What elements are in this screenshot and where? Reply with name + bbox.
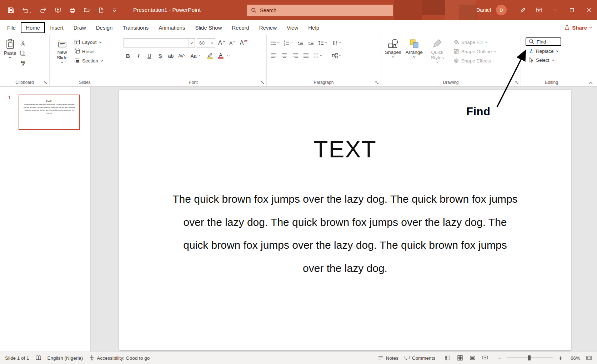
search-bar[interactable] — [247, 5, 393, 16]
spell-check-button[interactable] — [35, 355, 41, 361]
tab-animations[interactable]: Animations — [154, 22, 190, 33]
quick-print-button[interactable] — [69, 7, 75, 13]
font-name-combo[interactable] — [124, 38, 195, 47]
slide[interactable]: TEXT The quick brown fox jumps over the … — [119, 90, 571, 350]
tab-file[interactable]: File — [2, 22, 21, 33]
tab-review[interactable]: Review — [254, 22, 282, 33]
slide-title[interactable]: TEXT — [119, 90, 571, 163]
tab-draw[interactable]: Draw — [69, 22, 91, 33]
text-highlight-button[interactable] — [206, 51, 215, 60]
tab-slide-show[interactable]: Slide Show — [190, 22, 227, 33]
search-input[interactable] — [260, 7, 367, 13]
minimize-button[interactable] — [547, 0, 563, 20]
shrink-font-button[interactable]: A — [228, 39, 237, 47]
slide-sorter-view-button[interactable] — [457, 355, 463, 361]
tab-design[interactable]: Design — [91, 22, 118, 33]
font-color-button[interactable]: A — [216, 51, 225, 60]
customize-qat-button[interactable] — [112, 8, 117, 12]
reset-button[interactable]: Reset — [73, 47, 105, 55]
undo-button[interactable] — [22, 7, 32, 13]
decrease-indent-button[interactable] — [296, 38, 305, 47]
tab-view[interactable]: View — [282, 22, 303, 33]
quick-styles-button[interactable]: Quick Styles — [425, 37, 450, 64]
font-name-dropdown[interactable] — [189, 39, 195, 47]
paste-button[interactable]: Paste — [2, 37, 19, 60]
bold-button[interactable]: B — [124, 51, 132, 60]
line-spacing-button[interactable] — [317, 38, 328, 47]
open-file-button[interactable] — [84, 7, 90, 13]
reading-view-button[interactable] — [470, 355, 476, 361]
avatar[interactable]: D — [496, 5, 507, 15]
new-slide-button[interactable]: New Slide — [51, 37, 73, 64]
slide-thumbnail[interactable]: TEXT The quick brown fox jumps over the … — [19, 95, 80, 130]
text-direction-button[interactable] — [331, 38, 342, 47]
zoom-slider-handle[interactable] — [528, 355, 531, 360]
language-indicator[interactable]: English (Nigeria) — [47, 355, 83, 361]
shapes-button[interactable]: Shapes — [383, 37, 403, 59]
copy-button[interactable] — [19, 49, 27, 57]
justify-button[interactable] — [301, 51, 310, 60]
align-right-button[interactable] — [291, 51, 300, 60]
tab-transitions[interactable]: Transitions — [117, 22, 154, 33]
shape-effects-button[interactable]: Shape Effects — [452, 57, 498, 65]
tab-help[interactable]: Help — [303, 22, 324, 33]
bullets-button[interactable] — [269, 38, 281, 47]
format-painter-button[interactable] — [19, 59, 27, 68]
share-button[interactable]: Share — [564, 25, 592, 31]
notes-button[interactable]: Notes — [378, 355, 398, 361]
slide-indicator[interactable]: Slide 1 of 1 — [5, 355, 29, 361]
slide-body-text[interactable]: The quick brown fox jumps over the lazy … — [119, 188, 571, 280]
underline-button[interactable]: U — [145, 51, 154, 60]
convert-to-smartart-button[interactable] — [331, 51, 342, 60]
maximize-button[interactable] — [563, 0, 580, 20]
character-spacing-button[interactable]: AV — [177, 51, 187, 60]
tab-record[interactable]: Record — [227, 22, 254, 33]
cut-button[interactable] — [19, 38, 27, 47]
zoom-in-button[interactable] — [558, 356, 562, 360]
accessibility-button[interactable]: Accessibility: Good to go — [89, 355, 150, 361]
arrange-button[interactable]: Arrange — [403, 37, 425, 59]
columns-button[interactable] — [312, 51, 323, 60]
normal-view-button[interactable] — [445, 355, 451, 361]
increase-indent-button[interactable] — [306, 38, 315, 47]
paragraph-controls: 123 — [269, 37, 343, 61]
clear-formatting-button[interactable]: A — [239, 39, 249, 47]
select-button[interactable]: Select — [526, 56, 561, 64]
redo-button[interactable] — [40, 7, 46, 13]
strikethrough-button[interactable]: ab — [166, 51, 175, 60]
grow-font-button[interactable]: A — [217, 39, 226, 47]
close-button[interactable] — [580, 0, 597, 20]
layout-button[interactable]: Layout — [73, 38, 105, 46]
comments-button[interactable]: Comments — [404, 355, 435, 361]
collapse-ribbon-button[interactable] — [588, 82, 593, 84]
shape-outline-button[interactable]: Shape Outline — [452, 47, 498, 55]
tab-insert[interactable]: Insert — [45, 22, 69, 33]
fit-slide-button[interactable] — [586, 355, 592, 361]
inking-button[interactable] — [515, 0, 531, 20]
zoom-level[interactable]: 66% — [568, 355, 580, 361]
view-switcher — [445, 355, 488, 361]
section-button[interactable]: Section — [73, 57, 105, 65]
text-shadow-button[interactable]: S — [156, 51, 165, 60]
ribbon-display-options-button[interactable] — [531, 0, 547, 20]
slideshow-view-button[interactable] — [482, 355, 488, 361]
shape-fill-button[interactable]: Shape Fill — [452, 38, 498, 46]
new-file-button[interactable] — [98, 7, 104, 13]
numbering-button[interactable]: 123 — [282, 38, 294, 47]
shape-effects-icon — [453, 58, 459, 64]
replace-button[interactable]: Replace — [526, 47, 561, 55]
align-left-button[interactable] — [269, 51, 278, 60]
start-slideshow-button[interactable] — [55, 7, 61, 13]
change-case-button[interactable]: Aa — [189, 51, 201, 60]
align-center-button[interactable] — [280, 51, 289, 60]
italic-button[interactable]: I — [134, 51, 143, 60]
user-name[interactable]: Daniel — [476, 7, 491, 13]
find-button[interactable]: Find — [526, 37, 561, 46]
font-size-dropdown[interactable] — [209, 39, 215, 47]
ribbon: Paste Clipboard New Slide — [0, 35, 597, 87]
save-button[interactable] — [8, 7, 14, 13]
zoom-slider[interactable] — [507, 358, 553, 358]
font-size-combo[interactable]: 60 — [197, 38, 215, 47]
tab-home[interactable]: Home — [21, 22, 45, 33]
zoom-out-button[interactable] — [497, 356, 501, 360]
